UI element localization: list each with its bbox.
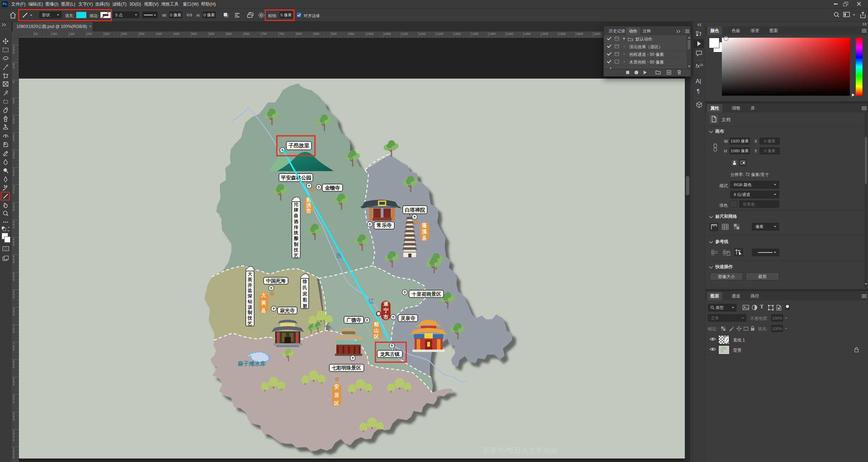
svg-text:蓬: 蓬 bbox=[422, 222, 427, 228]
svg-text:市: 市 bbox=[306, 208, 311, 214]
svg-text:曲: 曲 bbox=[294, 213, 299, 218]
svg-text:T: T bbox=[3, 185, 5, 188]
svg-text:麻子滩水库: 麻子滩水库 bbox=[237, 360, 266, 367]
svg-text:酿: 酿 bbox=[294, 236, 299, 241]
svg-text:汲: 汲 bbox=[248, 305, 253, 310]
svg-text:平安森林公园: 平安森林公园 bbox=[281, 175, 311, 181]
svg-text:酒: 酒 bbox=[294, 219, 299, 224]
svg-text:溪: 溪 bbox=[422, 229, 427, 235]
svg-text:居: 居 bbox=[334, 392, 339, 398]
svg-text:制: 制 bbox=[248, 310, 252, 315]
svg-text:区: 区 bbox=[334, 401, 339, 406]
svg-text:艺: 艺 bbox=[248, 321, 252, 326]
svg-text:fx: fx bbox=[696, 63, 700, 69]
svg-text:技: 技 bbox=[294, 247, 299, 252]
svg-text:常乐寺: 常乐寺 bbox=[376, 222, 392, 228]
svg-text:宁: 宁 bbox=[383, 308, 389, 313]
svg-text:彩: 彩 bbox=[302, 297, 308, 302]
svg-text:遂: 遂 bbox=[383, 301, 389, 307]
svg-text:洪: 洪 bbox=[306, 203, 311, 208]
svg-text:大: 大 bbox=[248, 271, 253, 277]
svg-text:子昂故里: 子昂故里 bbox=[288, 142, 309, 148]
svg-text:牌: 牌 bbox=[294, 207, 299, 213]
svg-text:区: 区 bbox=[374, 334, 379, 339]
svg-text:市: 市 bbox=[383, 314, 389, 320]
svg-text:中国死海: 中国死海 bbox=[266, 278, 286, 284]
svg-text:灵泉寺: 灵泉寺 bbox=[400, 315, 415, 321]
svg-text:金蟾寺: 金蟾寺 bbox=[324, 185, 340, 191]
svg-text:大: 大 bbox=[261, 292, 266, 298]
svg-text:制: 制 bbox=[294, 242, 299, 247]
svg-text:氏: 氏 bbox=[303, 285, 307, 290]
svg-text:英: 英 bbox=[261, 300, 266, 306]
svg-text:寂光寺: 寂光寺 bbox=[280, 308, 295, 313]
svg-text:A|: A| bbox=[696, 78, 701, 85]
svg-text:安: 安 bbox=[334, 384, 339, 389]
svg-text:百家号/每日人文学知道: 百家号/每日人文学知道 bbox=[482, 446, 558, 454]
svg-text:十里荷画景区: 十里荷画景区 bbox=[411, 291, 441, 297]
svg-text:白塔禅院: 白塔禅院 bbox=[405, 207, 425, 213]
svg-text:徐: 徐 bbox=[302, 279, 308, 284]
svg-text:县: 县 bbox=[422, 235, 427, 241]
svg-text:井: 井 bbox=[248, 283, 252, 288]
svg-text:塑: 塑 bbox=[302, 303, 307, 309]
svg-text:广德寺: 广德寺 bbox=[346, 317, 361, 323]
svg-text:传: 传 bbox=[294, 225, 299, 230]
svg-text:艺: 艺 bbox=[294, 253, 299, 258]
svg-text:沱: 沱 bbox=[294, 202, 299, 207]
svg-text:¶: ¶ bbox=[697, 88, 700, 94]
svg-text:统: 统 bbox=[294, 230, 299, 235]
svg-text:深: 深 bbox=[248, 293, 253, 299]
svg-text:七彩明珠景区: 七彩明珠景区 bbox=[331, 365, 361, 371]
svg-text:英: 英 bbox=[248, 277, 252, 282]
svg-text:泥: 泥 bbox=[302, 291, 308, 296]
svg-text:山: 山 bbox=[374, 328, 379, 333]
svg-text:县: 县 bbox=[261, 308, 266, 313]
svg-text:龙凤古镇: 龙凤古镇 bbox=[380, 351, 400, 357]
svg-text:技: 技 bbox=[248, 315, 253, 321]
svg-text:盐: 盐 bbox=[248, 288, 252, 293]
svg-text:钻: 钻 bbox=[248, 299, 253, 304]
